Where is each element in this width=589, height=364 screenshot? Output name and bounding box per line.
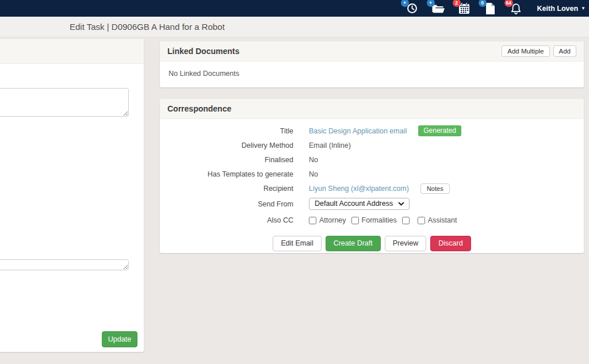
cc-attorney-checkbox[interactable] [309,217,316,224]
linked-documents-panel: Linked Documents Add Multiple Add No Lin… [160,41,584,87]
edit-email-button[interactable]: Edit Email [273,236,321,251]
cc-formalities-item: Formalities [351,216,397,224]
files-badge: + [427,0,435,7]
correspondence-panel: Correspondence Title Basic Design Applic… [160,99,584,253]
topbar-right-group: + + 2 [406,0,586,17]
cc-formalities-label: Formalities [362,216,397,224]
correspondence-actions: Edit Email Create Draft Preview Discard [160,236,584,251]
preview-button[interactable]: Preview [385,236,426,251]
task-comment-textarea[interactable] [0,259,129,270]
cc-unlabeled-checkbox[interactable] [402,217,410,224]
also-cc-row: Also CC Attorney Formalities Assistant [160,212,584,228]
finalised-row: Finalised No [160,152,584,167]
page-header-bar: Edit Task | D0906GB A Hand for a Robot [0,17,589,37]
correspondence-body: Title Basic Design Application email Gen… [160,119,584,251]
page-title: Edit Task | D0906GB A Hand for a Robot [70,17,225,37]
task-edit-panel-header [0,39,144,64]
linked-documents-title: Linked Documents [167,47,239,56]
correspondence-title-link[interactable]: Basic Design Application email [309,127,407,135]
task-edit-panel: Update [0,39,144,352]
has-templates-row: Has Templates to generate No [160,167,584,181]
correspondence-header: Correspondence [160,99,584,119]
cc-assistant-checkbox[interactable] [418,217,425,224]
add-button[interactable]: Add [553,45,576,57]
recipient-label: Recipient [160,185,293,193]
title-row: Title Basic Design Application email Gen… [160,124,584,138]
chevron-down-icon: ▼ [581,6,586,11]
title-label: Title [160,127,293,135]
notes-button[interactable]: Notes [420,183,450,194]
files-folder-icon[interactable]: + [431,2,445,16]
history-badge: + [401,0,409,7]
correspondence-title: Correspondence [167,104,231,113]
top-navigation-bar: + + 2 [0,0,589,17]
user-menu[interactable]: Keith Loven ▼ [537,5,586,13]
cc-formalities-checkbox[interactable] [351,217,359,224]
also-cc-label: Also CC [160,216,293,224]
generated-badge: Generated [418,125,461,136]
recipient-link[interactable]: Liyun Sheng (xl@xlpatent.com) [309,185,409,193]
documents-badge: 0 [479,0,487,7]
create-draft-button[interactable]: Create Draft [326,236,381,251]
cc-attorney-label: Attorney [319,216,346,224]
delivery-method-row: Delivery Method Email (Inline) [160,138,584,152]
chevron-down-icon [398,202,404,206]
send-from-select[interactable]: Default Account Address [309,198,410,210]
calendar-badge: 2 [453,0,461,7]
notifications-bell-icon[interactable]: 64 [509,2,523,16]
user-name: Keith Loven [537,5,579,13]
finalised-value: No [309,156,318,164]
notifications-badge: 64 [504,0,513,7]
calendar-icon[interactable]: 2 [457,2,471,16]
no-linked-documents-text: No Linked Documents [160,62,584,86]
update-button[interactable]: Update [102,331,137,347]
send-from-selected-value: Default Account Address [315,200,393,208]
discard-button[interactable]: Discard [430,236,471,251]
cc-assistant-label: Assistant [428,216,457,224]
cc-assistant-item: Assistant [418,216,457,224]
history-icon[interactable]: + [406,2,419,16]
has-templates-value: No [309,170,318,178]
finalised-label: Finalised [160,156,293,164]
has-templates-label: Has Templates to generate [160,170,293,178]
linked-documents-actions: Add Multiple Add [502,45,576,57]
send-from-label: Send From [160,200,293,208]
task-notes-textarea[interactable] [0,88,129,117]
documents-icon[interactable]: 0 [483,2,497,16]
cc-attorney-item: Attorney [309,216,346,224]
send-from-row: Send From Default Account Address [160,196,584,212]
recipient-row: Recipient Liyun Sheng (xl@xlpatent.com) … [160,181,584,196]
delivery-method-label: Delivery Method [160,141,293,150]
cc-unlabeled-item [402,217,412,224]
linked-documents-header: Linked Documents Add Multiple Add [160,41,584,62]
add-multiple-button[interactable]: Add Multiple [502,45,549,57]
delivery-method-value: Email (Inline) [309,141,351,150]
